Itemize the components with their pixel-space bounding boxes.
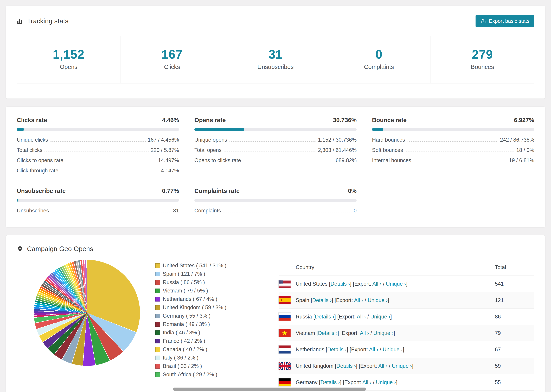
stats-row: 1,152 Opens 167 Clicks 31 Unsubscribes 0…: [17, 36, 534, 84]
legend-label: France ( 42 / 2% ): [163, 338, 205, 344]
export-all-link[interactable]: All ›: [372, 281, 381, 287]
rate-row-value: 31: [173, 208, 179, 214]
total-column-header: Total: [495, 264, 534, 270]
country-cell: Russia [Details ›] [Export: All › / Uniq…: [296, 314, 495, 320]
legend-item: Romania ( 49 / 3% ): [155, 321, 236, 327]
export-all-link[interactable]: All ›: [360, 330, 369, 336]
details-link[interactable]: Details ›: [327, 347, 347, 352]
legend-swatch: [155, 356, 160, 360]
flag-nl-icon: [279, 345, 291, 354]
bounce-rate-value: 6.927%: [514, 117, 534, 124]
legend-label: Italy ( 36 / 2% ): [163, 355, 198, 361]
export-unique-link[interactable]: Unique ›: [386, 281, 406, 287]
rate-row-value: 689.82%: [336, 157, 357, 163]
rate-row-value: 14.497%: [158, 157, 179, 163]
complaints-label: Complaints: [327, 63, 431, 70]
opens-rate-progress-bar: [194, 128, 357, 131]
country-name: Netherlands: [296, 347, 324, 352]
complaints-rate-progress-bar: [194, 199, 357, 202]
country-total: 55: [495, 379, 534, 385]
country-cell: Spain [Details ›] [Export: All › / Uniqu…: [296, 297, 495, 303]
country-name: Spain: [296, 297, 309, 303]
stat-box-clicks: 167 Clicks: [120, 36, 224, 84]
complaints-count: 0: [327, 47, 431, 61]
country-column-header: Country: [296, 264, 495, 270]
legend-swatch: [155, 288, 160, 293]
rate-row-label: Total opens: [194, 147, 222, 153]
rate-row-value: 19 / 6.81%: [509, 157, 534, 163]
export-all-link[interactable]: All ›: [354, 297, 363, 303]
export-unique-link[interactable]: Unique ›: [373, 330, 393, 336]
legend-swatch: [155, 372, 160, 377]
dotted-leader: [405, 152, 514, 152]
export-label: Export:: [336, 297, 353, 303]
details-link[interactable]: Details ›: [330, 281, 350, 287]
export-all-link[interactable]: All ›: [357, 314, 366, 320]
campaign-geo-opens-card: Campaign Geo Opens United States ( 541 /…: [6, 235, 545, 392]
flag-us-icon: [279, 280, 291, 288]
country-name: United States: [296, 281, 327, 287]
country-total: 121: [495, 297, 534, 303]
stat-box-bounces: 279 Bounces: [431, 36, 534, 84]
legend-label: Netherlands ( 67 / 4% ): [163, 296, 217, 302]
rate-row-value: 2,303 / 61.446%: [318, 147, 357, 153]
export-unique-link[interactable]: Unique ›: [392, 363, 412, 369]
geo-table-row: Spain [Details ›] [Export: All › / Uniqu…: [279, 292, 534, 308]
rate-row: Unique opens1,152 / 30.736%: [194, 137, 357, 143]
rate-row: Complaints0: [194, 208, 357, 214]
legend-label: South Africa ( 29 / 2% ): [163, 371, 217, 378]
country-total: 86: [495, 314, 534, 320]
rate-row-value: 167 / 4.456%: [148, 137, 179, 143]
export-label: Export:: [342, 330, 359, 336]
country-total: 541: [495, 281, 534, 287]
horizontal-scrollbar-thumb[interactable]: [173, 388, 366, 391]
legend-label: India ( 46 / 3% ): [163, 329, 200, 336]
rate-row-label: Hard bounces: [372, 137, 405, 143]
complaints-rate-section: Complaints rate 0% Complaints0: [194, 188, 357, 214]
legend-swatch: [155, 364, 160, 369]
details-link[interactable]: Details ›: [320, 379, 340, 385]
rate-row: Opens to clicks rate689.82%: [194, 157, 357, 163]
export-all-link[interactable]: All ›: [362, 379, 371, 385]
geo-title-row: Campaign Geo Opens: [17, 245, 93, 253]
legend-item: Netherlands ( 67 / 4% ): [155, 296, 236, 302]
details-link[interactable]: Details ›: [336, 363, 356, 369]
country-total: 79: [495, 330, 534, 336]
stat-box-complaints: 0 Complaints: [327, 36, 431, 84]
rate-row: Total clicks220 / 5.87%: [17, 147, 179, 153]
rate-row-label: Soft bounces: [372, 147, 403, 153]
export-all-link[interactable]: All ›: [378, 363, 387, 369]
tracking-stats-title-row: Tracking stats: [17, 17, 68, 25]
legend-label: United Kingdom ( 59 / 3% ): [163, 304, 226, 311]
details-link[interactable]: Details ›: [318, 330, 338, 336]
geo-legend: United States ( 541 / 31% ) Spain ( 121 …: [155, 263, 236, 380]
dotted-leader: [44, 152, 149, 152]
legend-item: Germany ( 55 / 3% ): [155, 313, 236, 319]
legend-swatch: [155, 297, 160, 301]
export-unique-link[interactable]: Unique ›: [376, 379, 396, 385]
rate-row-label: Internal bounces: [372, 157, 411, 163]
export-unique-link[interactable]: Unique ›: [370, 314, 390, 320]
export-all-link[interactable]: All ›: [369, 347, 378, 352]
details-link[interactable]: Details ›: [312, 297, 332, 303]
export-unique-link[interactable]: Unique ›: [367, 297, 388, 303]
opens-count: 1,152: [17, 47, 120, 61]
export-unique-link[interactable]: Unique ›: [383, 347, 403, 352]
geo-table: Country Total United States [Details ›] …: [279, 260, 534, 391]
details-link[interactable]: Details ›: [315, 314, 334, 320]
dotted-leader: [413, 162, 507, 162]
rate-row-value: 1,152 / 30.736%: [318, 137, 357, 143]
opens-rate-value: 30.736%: [333, 117, 357, 124]
unsubscribe-rate-progress-bar: [17, 199, 179, 202]
legend-item: Russia ( 86 / 5% ): [155, 279, 236, 286]
export-basic-stats-button[interactable]: Export basic stats: [475, 15, 534, 27]
rate-row-value: 0: [354, 208, 357, 214]
complaints-rate-title: Complaints rate: [194, 188, 240, 194]
rate-row-label: Total clicks: [17, 147, 42, 153]
country-total: 67: [495, 347, 534, 353]
complaints-rate-value: 0%: [348, 188, 357, 194]
legend-item: United States ( 541 / 31% ): [155, 263, 236, 269]
legend-swatch: [155, 305, 160, 310]
bounce-rate-progress-bar: [372, 128, 534, 131]
country-name: Vietnam: [296, 330, 315, 336]
